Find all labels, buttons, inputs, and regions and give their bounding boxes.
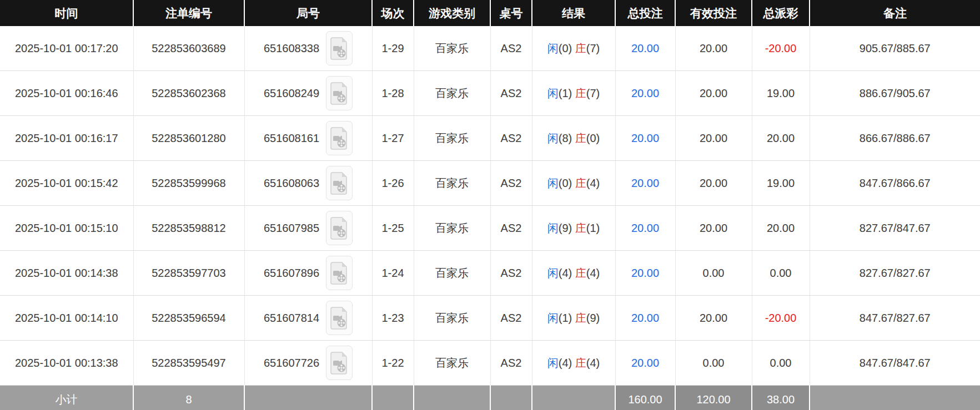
result-banker-score: (7): [586, 87, 600, 99]
header-remark: 备注: [810, 0, 980, 26]
round-no-cell: 651607814: [244, 296, 372, 341]
game-type-cell: 百家乐: [414, 251, 490, 296]
result-banker-score: (4): [586, 177, 600, 189]
video-replay-button[interactable]: [326, 76, 353, 110]
table-no-cell: AS2: [490, 116, 532, 161]
result-banker-label: 庄: [575, 267, 586, 279]
table-row: 2025-10-01 00:15:10 522853598812 6516079…: [0, 206, 980, 251]
time-cell: 2025-10-01 00:17:20: [0, 26, 133, 71]
total-bet-cell: 20.00: [615, 116, 675, 161]
bet-no-cell: 522853603689: [133, 26, 244, 71]
result-banker-label: 庄: [575, 42, 586, 54]
remark-cell: 827.67/827.67: [810, 251, 980, 296]
table-no-cell: AS2: [490, 251, 532, 296]
valid-bet-cell: 20.00: [675, 71, 752, 116]
video-replay-icon: [330, 82, 348, 105]
result-player-score: (1): [559, 312, 572, 324]
result-player-score: (4): [559, 267, 572, 279]
game-type-cell: 百家乐: [414, 71, 490, 116]
time-cell: 2025-10-01 00:14:38: [0, 251, 133, 296]
result-cell: 闲(4) 庄(4): [532, 341, 615, 386]
session-cell: 1-22: [372, 341, 414, 386]
round-no-text: 651607726: [264, 357, 319, 369]
round-no-text: 651607985: [264, 222, 319, 235]
video-replay-button[interactable]: [326, 31, 353, 65]
valid-bet-cell: 20.00: [675, 206, 752, 251]
game-type-cell: 百家乐: [414, 206, 490, 251]
result-player-label: 闲: [547, 177, 559, 189]
payout-cell: -20.00: [752, 296, 810, 341]
table-no-cell: AS2: [490, 206, 532, 251]
video-replay-button[interactable]: [326, 166, 353, 200]
table-row: 2025-10-01 00:13:38 522853595497 6516077…: [0, 341, 980, 386]
time-cell: 2025-10-01 00:15:42: [0, 161, 133, 206]
result-banker-label: 庄: [575, 87, 586, 99]
result-player-score: (0): [559, 177, 572, 189]
game-type-cell: 百家乐: [414, 341, 490, 386]
remark-cell: 847.67/847.67: [810, 341, 980, 386]
total-bet-cell: 20.00: [615, 296, 675, 341]
result-cell: 闲(1) 庄(9): [532, 296, 615, 341]
result-player-label: 闲: [547, 357, 559, 369]
subtotal-empty-game: [414, 386, 490, 410]
header-payout: 总派彩: [752, 0, 810, 26]
result-player-label: 闲: [547, 87, 559, 99]
bet-no-cell: 522853596594: [133, 296, 244, 341]
remark-cell: 886.67/905.67: [810, 71, 980, 116]
subtotal-valid-bet: 120.00: [675, 386, 752, 410]
session-cell: 1-27: [372, 116, 414, 161]
game-type-cell: 百家乐: [414, 296, 490, 341]
payout-cell: -20.00: [752, 26, 810, 71]
session-cell: 1-24: [372, 251, 414, 296]
video-replay-icon: [330, 306, 348, 330]
table-no-cell: AS2: [490, 71, 532, 116]
time-cell: 2025-10-01 00:15:10: [0, 206, 133, 251]
round-no-cell: 651608338: [244, 26, 372, 71]
result-banker-label: 庄: [575, 312, 586, 324]
result-cell: 闲(0) 庄(4): [532, 161, 615, 206]
video-replay-button[interactable]: [326, 301, 353, 335]
round-no-cell: 651608063: [244, 161, 372, 206]
result-player-score: (4): [559, 357, 572, 369]
session-cell: 1-25: [372, 206, 414, 251]
header-table-no: 桌号: [490, 0, 532, 26]
remark-cell: 827.67/847.67: [810, 206, 980, 251]
round-no-cell: 651607985: [244, 206, 372, 251]
result-banker-label: 庄: [575, 222, 586, 234]
total-bet-cell: 20.00: [615, 26, 675, 71]
subtotal-empty-round: [244, 386, 372, 410]
table-no-cell: AS2: [490, 341, 532, 386]
table-row: 2025-10-01 00:14:10 522853596594 6516078…: [0, 296, 980, 341]
video-replay-button[interactable]: [326, 256, 353, 290]
round-no-cell: 651607726: [244, 341, 372, 386]
header-total-bet: 总投注: [615, 0, 675, 26]
round-no-cell: 651607896: [244, 251, 372, 296]
bet-no-cell: 522853602368: [133, 71, 244, 116]
payout-cell: 20.00: [752, 206, 810, 251]
result-banker-score: (0): [586, 132, 600, 144]
valid-bet-cell: 0.00: [675, 251, 752, 296]
table-header: 时间 注单编号 局号 场次 游戏类别 桌号 结果 总投注 有效投注 总派彩 备注: [0, 0, 980, 26]
video-replay-button[interactable]: [326, 346, 353, 380]
header-game-type: 游戏类别: [414, 0, 490, 26]
video-replay-icon: [330, 261, 348, 285]
table-no-cell: AS2: [490, 26, 532, 71]
subtotal-row: 小计 8 160.00 120.00 38.00: [0, 386, 980, 410]
header-time: 时间: [0, 0, 133, 26]
video-replay-button[interactable]: [326, 211, 353, 245]
time-cell: 2025-10-01 00:16:46: [0, 71, 133, 116]
subtotal-total-bet: 160.00: [615, 386, 675, 410]
payout-cell: 0.00: [752, 251, 810, 296]
result-cell: 闲(4) 庄(4): [532, 251, 615, 296]
video-replay-button[interactable]: [326, 121, 353, 155]
table-no-cell: AS2: [490, 296, 532, 341]
total-bet-cell: 20.00: [615, 251, 675, 296]
table-no-cell: AS2: [490, 161, 532, 206]
result-banker-score: (9): [586, 312, 600, 324]
round-no-text: 651608063: [264, 177, 319, 190]
round-no-text: 651607896: [264, 267, 319, 280]
round-no-text: 651607814: [264, 312, 319, 325]
header-row: 时间 注单编号 局号 场次 游戏类别 桌号 结果 总投注 有效投注 总派彩 备注: [0, 0, 980, 26]
total-bet-cell: 20.00: [615, 71, 675, 116]
result-player-label: 闲: [547, 312, 559, 324]
